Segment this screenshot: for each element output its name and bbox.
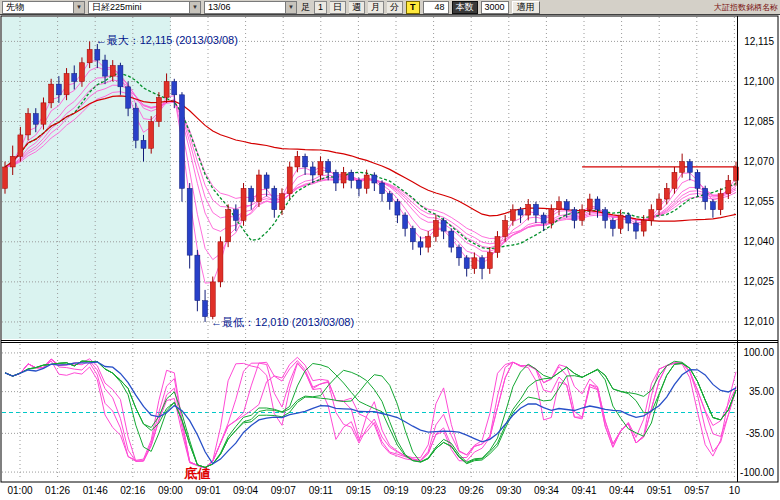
candle [710, 202, 715, 210]
time-axis-label: 09:51 [647, 485, 672, 496]
category-select[interactable]: 先物 ▼ [2, 1, 85, 14]
bar-type-button-minute[interactable]: 分 [387, 1, 403, 14]
toolbar: 先物 ▼ 日経225mini ▼ 13/06 ▼ 足 1 日 週 月 分 T 4… [0, 0, 780, 15]
category-select-value: 先物 [6, 1, 24, 14]
candle [156, 97, 161, 121]
candle [403, 215, 408, 228]
price-axis-label: 12,010 [743, 316, 774, 327]
bar-type-button-month[interactable]: 月 [368, 1, 384, 14]
candle [49, 84, 54, 103]
candle [480, 258, 485, 269]
candle [433, 220, 438, 236]
candle [179, 95, 184, 189]
candle [610, 220, 615, 228]
candle [680, 162, 685, 173]
price-axis-label: 12,115 [744, 36, 774, 47]
candle [56, 84, 61, 95]
candle [203, 301, 208, 317]
candle [118, 65, 123, 86]
candle [549, 210, 554, 223]
bar-type-button-week[interactable]: 週 [349, 1, 365, 14]
candle [210, 282, 215, 317]
candle [33, 114, 38, 125]
candle [456, 247, 461, 258]
price-axis-label: 12,025 [743, 276, 774, 287]
candle [726, 180, 731, 193]
time-axis-label: 09:01 [195, 485, 220, 496]
price-axis-label: 12,070 [743, 156, 774, 167]
time-axis-label: 09:15 [346, 485, 371, 496]
contract-select[interactable]: 13/06 ▼ [204, 1, 297, 14]
min-price-annotation: ←最低：12,010 (2013/03/08) [211, 316, 354, 328]
time-axis-label: 01:46 [83, 485, 108, 496]
apply-button[interactable]: 適用 [512, 1, 540, 14]
candle [672, 172, 677, 188]
bar-type-button-day[interactable]: 日 [330, 1, 346, 14]
candle [518, 210, 523, 215]
bar-type-button-1[interactable]: 1 [314, 1, 327, 14]
candle [87, 49, 92, 62]
candle [418, 242, 423, 247]
candle [103, 60, 108, 76]
candle [226, 210, 231, 242]
candle [10, 156, 15, 167]
chevron-down-icon: ▼ [189, 2, 200, 13]
candle [572, 210, 577, 221]
candle [372, 175, 377, 183]
contract-select-value: 13/06 [208, 2, 231, 12]
candle [333, 172, 338, 183]
time-axis-label: 01:26 [45, 485, 70, 496]
candle [472, 258, 477, 269]
candle [449, 231, 454, 247]
candle [441, 220, 446, 231]
candle [364, 175, 369, 188]
candle [195, 255, 200, 300]
candle [264, 175, 269, 188]
oscillator-axis-label: 35.00 [749, 386, 774, 397]
candle [587, 199, 592, 210]
price-axis-label: 12,085 [743, 116, 774, 127]
candle [249, 188, 254, 201]
candle [72, 73, 77, 81]
candle [287, 167, 292, 194]
candle [395, 202, 400, 215]
time-axis-label: 09:57 [684, 485, 709, 496]
max-price-annotation: ←最大：12,115 (2013/03/08) [96, 34, 238, 46]
time-axis-label: 09:41 [571, 485, 596, 496]
time-axis-label: 09:04 [233, 485, 258, 496]
candle [595, 199, 600, 210]
candle [187, 188, 192, 255]
candle [26, 114, 31, 135]
candle [356, 180, 361, 188]
instrument-select-value: 日経225mini [92, 1, 142, 14]
candle [318, 162, 323, 175]
candle [41, 103, 46, 124]
price-axis-label: 12,100 [743, 76, 774, 87]
time-axis-label: 09:00 [158, 485, 183, 496]
instrument-select[interactable]: 日経225mini ▼ [88, 1, 201, 14]
candle [664, 188, 669, 199]
count-label: 本数 [452, 1, 478, 14]
candle [64, 73, 69, 94]
candle [172, 81, 177, 94]
interval-input[interactable]: 48 [423, 1, 449, 14]
candle [326, 162, 331, 173]
candle [272, 188, 277, 209]
candle [641, 220, 646, 231]
oscillator-axis-label: 100.00 [743, 347, 774, 358]
candle [510, 210, 515, 221]
tick-button[interactable]: T [406, 1, 420, 14]
candle [349, 172, 354, 180]
candle [133, 108, 138, 140]
candle [649, 210, 654, 221]
count-input[interactable]: 3000 [481, 1, 509, 14]
time-axis-label: 09:19 [383, 485, 408, 496]
time-axis-label: 09:34 [534, 485, 559, 496]
price-axis-label: 12,040 [743, 236, 774, 247]
candle [718, 194, 723, 210]
time-axis-label: 09:23 [421, 485, 446, 496]
candle [695, 172, 700, 188]
candle [487, 252, 492, 268]
candle [141, 140, 146, 148]
oscillator-axis-label: -100.00 [740, 467, 774, 478]
